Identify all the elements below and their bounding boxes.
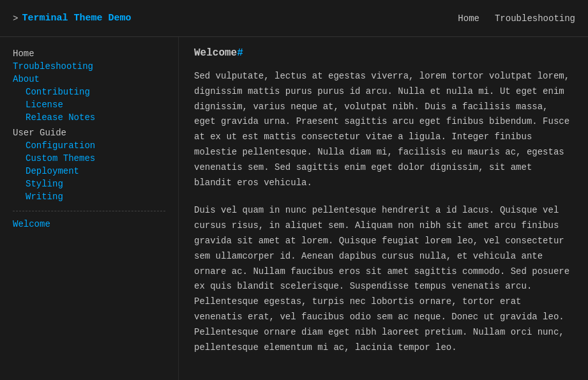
sidebar-item-contributing[interactable]: Contributing xyxy=(13,86,165,98)
sidebar-item-about[interactable]: About xyxy=(13,73,165,86)
sidebar-item-configuration[interactable]: Configuration xyxy=(13,139,165,152)
nav-troubleshooting[interactable]: Troubleshooting xyxy=(495,13,575,24)
header: > Terminal Theme Demo Home Troubleshooti… xyxy=(0,0,588,37)
sidebar-item-styling[interactable]: Styling xyxy=(13,178,165,190)
content-hash: # xyxy=(237,47,243,59)
site-title[interactable]: Terminal Theme Demo xyxy=(22,13,131,24)
header-nav: Home Troubleshooting xyxy=(458,13,575,24)
sidebar-item-welcome[interactable]: Welcome xyxy=(13,219,165,229)
sidebar-item-home[interactable]: Home xyxy=(13,47,165,60)
sidebar-item-license[interactable]: License xyxy=(13,98,165,111)
header-arrow: > xyxy=(13,13,18,24)
content-paragraph-1: Sed vulputate, lectus at egestas viverra… xyxy=(194,69,573,190)
user-guide-label: User Guide xyxy=(13,124,165,139)
content-paragraph-2: Duis vel quam in nunc pellentesque hendr… xyxy=(194,203,573,355)
content-title: Welcome# xyxy=(194,47,573,59)
content-title-text: Welcome xyxy=(194,47,237,59)
sidebar-item-troubleshooting[interactable]: Troubleshooting xyxy=(13,60,165,73)
main-layout: Home Troubleshooting About Contributing … xyxy=(0,37,588,380)
header-left: > Terminal Theme Demo xyxy=(13,13,131,24)
sidebar-item-release-notes[interactable]: Release Notes xyxy=(13,111,165,124)
sidebar-item-custom-themes[interactable]: Custom Themes xyxy=(13,152,165,165)
sidebar: Home Troubleshooting About Contributing … xyxy=(0,37,179,380)
sidebar-divider xyxy=(13,211,165,211)
nav-home[interactable]: Home xyxy=(458,13,479,24)
sidebar-item-writing[interactable]: Writing xyxy=(13,190,165,203)
main-content: Welcome# Sed vulputate, lectus at egesta… xyxy=(179,37,588,380)
sidebar-item-deployment[interactable]: Deployment xyxy=(13,165,165,178)
